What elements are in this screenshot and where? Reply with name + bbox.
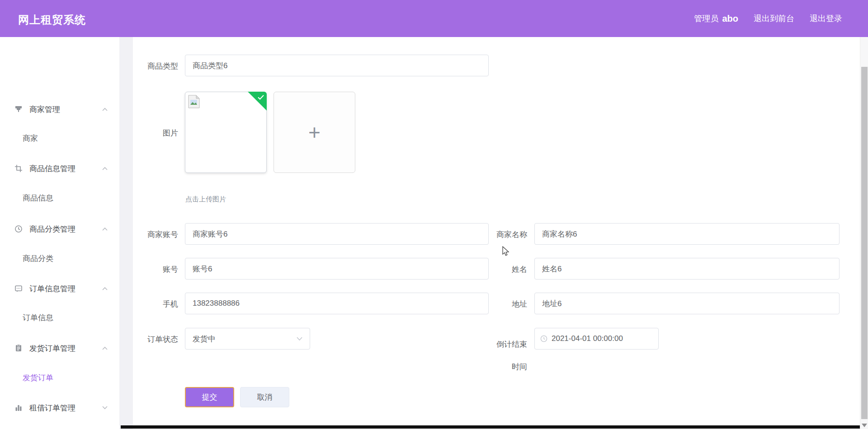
- order-status-value: 发货中: [193, 334, 297, 344]
- phone-label: 手机: [106, 299, 178, 309]
- sidebar-group-label: 发货订单管理: [29, 343, 75, 354]
- countdown-end-value: 2021-04-01 00:00:00: [552, 334, 623, 343]
- vertical-scrollbar[interactable]: [860, 37, 868, 429]
- sidebar-item-product-info[interactable]: 商品信息: [0, 187, 119, 208]
- merchant-name-input[interactable]: [534, 223, 840, 245]
- chevron-up-icon: [102, 167, 108, 170]
- chevron-down-icon: [297, 337, 302, 340]
- logout-link[interactable]: 退出登录: [810, 13, 842, 24]
- sidebar-item-product-category[interactable]: 商品分类: [0, 248, 119, 269]
- clock-icon: [14, 225, 23, 233]
- sidebar-item-label: 订单信息: [23, 312, 53, 323]
- sidebar-group-label: 商品信息管理: [29, 163, 75, 174]
- chevron-up-icon: [102, 346, 108, 350]
- sidebar-item-order-info[interactable]: 订单信息: [0, 307, 119, 328]
- sidebar-item-shipping-order[interactable]: 发货订单: [0, 367, 119, 388]
- sidebar-group-label: 商品分类管理: [29, 224, 75, 234]
- chevron-up-icon: [102, 107, 108, 111]
- submit-button[interactable]: 提交: [185, 387, 234, 407]
- sidebar-item-merchant[interactable]: 商家: [0, 128, 119, 149]
- address-input[interactable]: [534, 293, 840, 314]
- sidebar-group-label: 租借订单管理: [29, 403, 75, 413]
- image-label: 图片: [106, 128, 178, 138]
- clock-icon: [540, 335, 547, 342]
- uploaded-image-card[interactable]: [185, 92, 267, 173]
- check-icon: [258, 95, 264, 100]
- sidebar-group-label: 商家管理: [29, 104, 60, 115]
- user-role-label: 管理员: [694, 13, 718, 24]
- product-type-label: 商品类型: [106, 61, 178, 71]
- broken-image-icon: [188, 95, 200, 108]
- mouse-cursor: [501, 246, 511, 257]
- cancel-button[interactable]: 取消: [240, 387, 289, 407]
- sidebar-group-order-info-mgmt[interactable]: 订单信息管理: [0, 278, 119, 299]
- order-status-select[interactable]: 发货中: [185, 328, 310, 350]
- crop-icon: [14, 164, 23, 173]
- upload-hint: 点击上传图片: [185, 195, 226, 204]
- clipboard-icon: [14, 344, 23, 352]
- countdown-end-datetime-input[interactable]: 2021-04-01 00:00:00: [534, 328, 659, 350]
- address-label: 地址: [455, 299, 527, 309]
- sidebar-group-label: 订单信息管理: [29, 284, 75, 294]
- exit-to-frontend-link[interactable]: 退出到前台: [754, 13, 794, 24]
- account-label: 账号: [106, 264, 178, 275]
- merchant-account-input[interactable]: [185, 223, 489, 245]
- product-type-input[interactable]: [185, 55, 489, 76]
- countdown-end-label: 倒计结束 时间: [455, 333, 527, 378]
- sidebar-group-rental-order-mgmt[interactable]: 租借订单管理: [0, 397, 119, 418]
- sidebar-group-merchant-mgmt[interactable]: 商家管理: [0, 99, 119, 120]
- sidebar: 商家管理 商家 商品信息管理 商品信息 商品分类管理: [0, 37, 119, 429]
- header-nav: 管理员 abo 退出到前台 退出登录: [694, 0, 842, 37]
- order-status-label: 订单状态: [106, 334, 178, 345]
- sidebar-item-label: 商品信息: [23, 193, 53, 203]
- brush-icon: [14, 105, 23, 113]
- horizontal-scrollbar-thumb[interactable]: [121, 425, 860, 429]
- name-input[interactable]: [534, 258, 840, 280]
- sidebar-item-label: 商家: [23, 133, 38, 144]
- sidebar-item-label: 商品分类: [23, 253, 53, 264]
- phone-input[interactable]: [185, 293, 489, 314]
- merchant-name-label: 商家名称: [455, 229, 527, 240]
- app-header: 网上租贸系统 管理员 abo 退出到前台 退出登录: [0, 0, 868, 37]
- sidebar-item-label: 发货订单: [23, 373, 53, 383]
- sidebar-group-product-info-mgmt[interactable]: 商品信息管理: [0, 158, 119, 179]
- app-title: 网上租贸系统: [18, 13, 86, 27]
- add-image-button[interactable]: +: [274, 92, 355, 173]
- vertical-scrollbar-thumb[interactable]: [861, 67, 868, 419]
- chevron-up-icon: [102, 287, 108, 290]
- merchant-account-label: 商家账号: [106, 229, 178, 240]
- chevron-down-icon: [102, 406, 108, 410]
- account-input[interactable]: [185, 258, 489, 280]
- scrollbar-down-arrow[interactable]: [862, 424, 867, 427]
- name-label: 姓名: [455, 264, 527, 275]
- username-label: abo: [722, 14, 738, 24]
- bar-chart-icon: [14, 404, 23, 412]
- user-menu[interactable]: 管理员 abo: [694, 13, 738, 24]
- chat-icon: [14, 284, 23, 293]
- admin-page: 网上租贸系统 管理员 abo 退出到前台 退出登录 商家管理 商家: [0, 0, 868, 429]
- sidebar-group-product-category-mgmt[interactable]: 商品分类管理: [0, 219, 119, 239]
- sidebar-group-shipping-order-mgmt[interactable]: 发货订单管理: [0, 338, 119, 359]
- plus-icon: +: [308, 122, 321, 143]
